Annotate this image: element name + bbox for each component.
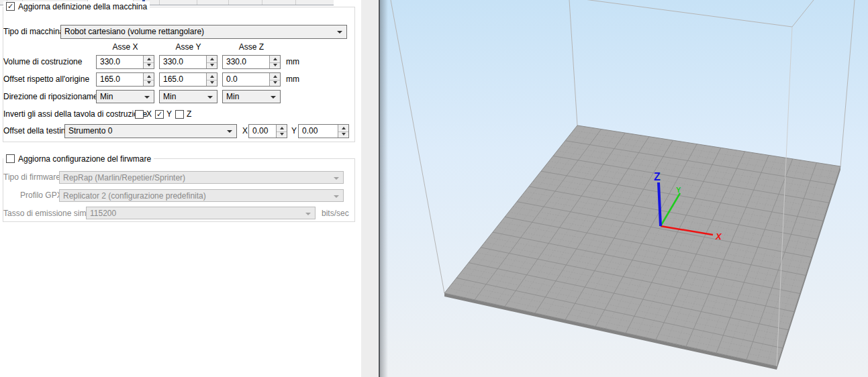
- flip-x-checkbox[interactable]: [135, 110, 144, 119]
- toolhead-x-label: X: [242, 124, 248, 138]
- spin-up-icon: [210, 58, 214, 60]
- origin-offset-y-spinner[interactable]: 165.0: [159, 72, 218, 87]
- build-volume-z-value: 330.0: [226, 57, 246, 66]
- homing-direction-x-select[interactable]: Min: [96, 90, 154, 103]
- gpx-profile-select: Replicator 2 (configurazione predefinita…: [59, 189, 344, 202]
- build-volume-y-spinner[interactable]: 330.0: [159, 55, 218, 69]
- spin-up-icon: [342, 127, 346, 129]
- machine-definition-title: Aggiorna definizione della macchina: [18, 2, 147, 11]
- build-plate-viewport[interactable]: X Y Z: [380, 0, 868, 377]
- axis-z-header: Asse Z: [222, 42, 281, 52]
- firmware-type-value: RepRap (Marlin/Repetier/Sprinter): [63, 173, 185, 182]
- homing-direction-label: Direzione di riposizionamento: [3, 90, 109, 103]
- build-volume-z-spinner[interactable]: 330.0: [222, 55, 281, 69]
- build-volume-unit: mm: [286, 55, 299, 68]
- spinner-buttons[interactable]: [338, 125, 348, 138]
- tab-separator: [295, 0, 296, 5]
- origin-offset-z-value: 0.0: [226, 74, 238, 84]
- spin-up-icon: [280, 127, 284, 129]
- tab-separator: [197, 0, 197, 5]
- origin-offset-x-spinner[interactable]: 165.0: [96, 72, 154, 87]
- x-axis-label: X: [715, 231, 722, 241]
- spin-down-icon: [280, 133, 284, 136]
- build-volume-x-value: 330.0: [100, 57, 120, 66]
- baud-rate-select: 115200: [86, 207, 316, 219]
- machine-type-select[interactable]: Robot cartesiano (volume rettangolare): [60, 25, 347, 39]
- chevron-down-icon: [207, 96, 213, 99]
- flip-z-label: Z: [187, 107, 191, 121]
- spinner-buttons[interactable]: [269, 56, 280, 68]
- spin-up-icon: [147, 58, 151, 60]
- firmware-config-title: Aggiorna configurazione del firwmare: [18, 154, 151, 164]
- chevron-down-icon: [271, 96, 276, 99]
- spin-down-icon: [210, 81, 214, 84]
- machine-definition-checkbox[interactable]: ✓: [6, 2, 15, 11]
- axis-y-header: Asse Y: [159, 42, 218, 52]
- tab-separator: [159, 0, 160, 5]
- flip-x-label: X: [146, 107, 152, 121]
- chevron-down-icon: [305, 213, 311, 215]
- baud-rate-unit: bits/sec: [322, 207, 349, 220]
- spin-up-icon: [273, 75, 277, 78]
- firmware-type-label: Tipo di firmware: [3, 170, 60, 184]
- flip-z-checkbox[interactable]: [175, 110, 184, 119]
- machine-definition-caption: ✓ Aggiorna definizione della macchina: [3, 1, 150, 11]
- chevron-down-icon: [334, 177, 339, 180]
- origin-offset-unit: mm: [286, 72, 299, 86]
- build-volume-label: Volume di costruzione: [3, 55, 82, 68]
- panel-gutter: [361, 0, 379, 377]
- spin-down-icon: [147, 64, 151, 66]
- toolhead-y-value: 0.00: [302, 126, 318, 136]
- homing-direction-z-value: Min: [226, 92, 239, 101]
- flip-y-label: Y: [166, 107, 172, 121]
- spinner-buttons[interactable]: [206, 56, 217, 68]
- homing-direction-y-value: Min: [163, 92, 176, 101]
- y-axis-label: Y: [676, 186, 681, 194]
- spinner-buttons[interactable]: [206, 73, 217, 86]
- spin-up-icon: [147, 75, 151, 78]
- firmware-config-caption: Aggiorna configurazione del firwmare: [3, 154, 154, 164]
- homing-direction-x-value: Min: [100, 92, 113, 101]
- tab-separator: [262, 0, 262, 5]
- machine-type-value: Robot cartesiano (volume rettangolare): [64, 27, 204, 36]
- origin-offset-y-value: 165.0: [163, 74, 183, 84]
- flip-axes-label: Inverti gli assi della tavola di costruz…: [3, 107, 147, 121]
- chevron-down-icon: [144, 96, 150, 99]
- spinner-buttons[interactable]: [143, 73, 154, 86]
- gpx-profile-label: Profilo GPX: [20, 188, 62, 202]
- spinner-buttons[interactable]: [143, 56, 154, 68]
- origin-offset-x-value: 165.0: [100, 74, 120, 84]
- toolhead-x-spinner[interactable]: 0.00: [248, 124, 287, 138]
- toolhead-y-spinner[interactable]: 0.00: [298, 124, 349, 138]
- toolhead-y-label: Y: [291, 124, 297, 138]
- spinner-buttons[interactable]: [276, 125, 287, 138]
- spin-down-icon: [273, 64, 277, 66]
- spin-up-icon: [210, 75, 214, 78]
- z-axis-label: Z: [654, 171, 661, 182]
- spinner-buttons[interactable]: [269, 73, 280, 86]
- tab-separator: [228, 0, 229, 5]
- axis-x-header: Asse X: [96, 42, 154, 52]
- 3d-scene: X Y Z: [380, 0, 868, 377]
- spin-up-icon: [273, 58, 277, 60]
- build-volume-x-spinner[interactable]: 330.0: [96, 55, 154, 69]
- gpx-profile-value: Replicator 2 (configurazione predefinita…: [63, 191, 206, 201]
- firmware-config-checkbox[interactable]: [6, 154, 15, 163]
- spin-down-icon: [210, 64, 214, 66]
- homing-direction-z-select[interactable]: Min: [222, 90, 281, 103]
- baud-rate-value: 115200: [90, 209, 116, 218]
- chevron-down-icon: [334, 195, 339, 198]
- toolhead-select[interactable]: Strumento 0: [64, 124, 237, 138]
- firmware-type-select: RepRap (Marlin/Repetier/Sprinter): [59, 171, 344, 184]
- toolhead-x-value: 0.00: [252, 126, 268, 136]
- toolhead-value: Strumento 0: [68, 126, 112, 136]
- chevron-down-icon: [227, 130, 232, 133]
- flip-y-checkbox[interactable]: ✓: [155, 110, 164, 119]
- homing-direction-y-select[interactable]: Min: [159, 90, 218, 103]
- machine-type-label: Tipo di macchina: [3, 25, 64, 38]
- toolhead-offset-label: Offset della testina: [3, 124, 70, 138]
- origin-offset-label: Offset rispetto all'origine: [3, 72, 89, 86]
- origin-offset-z-spinner[interactable]: 0.0: [222, 72, 281, 87]
- spin-down-icon: [342, 133, 346, 136]
- build-volume-y-value: 330.0: [163, 57, 183, 66]
